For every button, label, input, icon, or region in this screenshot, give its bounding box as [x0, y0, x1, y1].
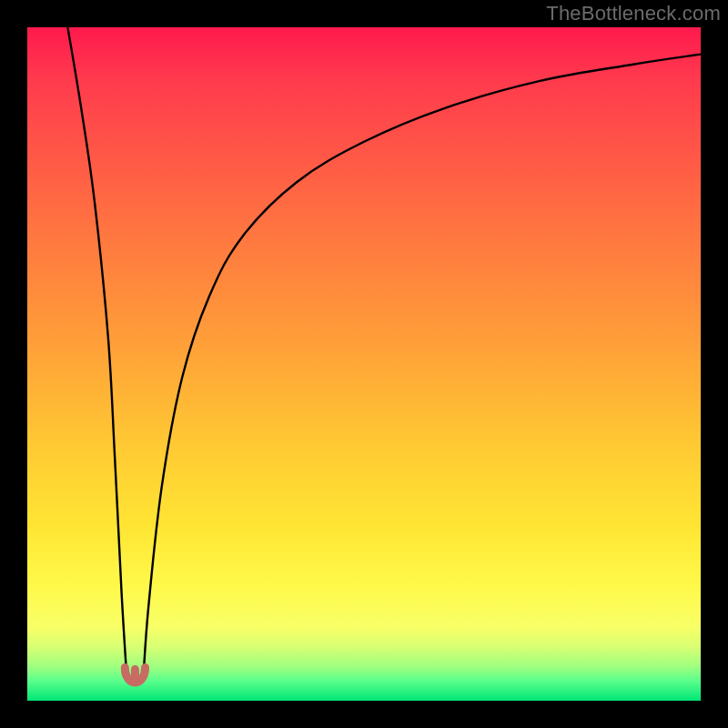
chart-curves: [27, 27, 701, 701]
attribution-text: TheBottleneck.com: [546, 2, 721, 25]
curve-right-branch: [143, 55, 701, 681]
curve-left-branch: [67, 27, 126, 681]
chart-frame: TheBottleneck.com: [0, 0, 728, 728]
trough-marker: [125, 668, 145, 683]
chart-plot-area: [27, 27, 701, 701]
